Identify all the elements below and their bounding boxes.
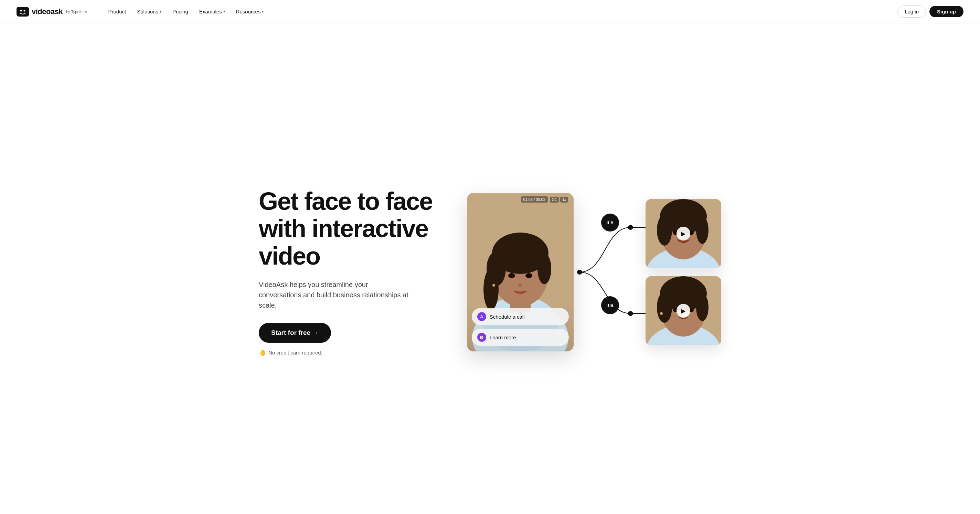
logo[interactable]: videoask by Typeform: [16, 7, 87, 16]
svg-point-18: [492, 284, 495, 287]
speed-badge[interactable]: 1x: [560, 197, 568, 203]
wave-emoji: 🤚: [259, 349, 266, 356]
nav-examples[interactable]: Examples ▾: [194, 6, 230, 17]
video-top-bar: 01:05 / 00:03 CC 1x: [467, 193, 574, 206]
chevron-down-icon: ▾: [262, 10, 264, 13]
branch-label-b: If B: [601, 296, 619, 314]
chevron-down-icon: ▾: [160, 10, 161, 13]
no-credit-text: 🤚 No credit card required.: [259, 349, 453, 356]
hero-section: Get face to face with interactive video …: [242, 24, 738, 514]
nav-links: Product Solutions ▾ Pricing Examples ▾ R…: [103, 6, 898, 17]
hero-subtitle: VideoAsk helps you streamline your conve…: [259, 279, 410, 310]
signup-button[interactable]: Sign up: [929, 6, 964, 17]
branch-card-a: ▶: [646, 199, 721, 268]
chevron-down-icon: ▾: [223, 10, 225, 13]
svg-point-16: [525, 273, 532, 278]
svg-point-15: [508, 273, 515, 278]
choice-a-letter: A: [477, 312, 486, 321]
svg-point-13: [538, 253, 551, 284]
main-video-card: 01:05 / 00:03 CC 1x: [467, 193, 574, 351]
hero-visual: 01:05 / 00:03 CC 1x: [467, 176, 721, 369]
nav-pricing[interactable]: Pricing: [167, 6, 193, 17]
svg-rect-0: [16, 7, 29, 16]
svg-point-5: [628, 311, 633, 316]
choice-b-button[interactable]: B Learn more: [472, 329, 569, 346]
svg-point-17: [518, 284, 522, 287]
hero-title: Get face to face with interactive video: [259, 188, 453, 270]
svg-point-33: [657, 292, 672, 323]
svg-point-4: [628, 225, 633, 230]
choice-a-label: Schedule a call: [490, 314, 525, 320]
choice-b-letter: B: [477, 333, 486, 342]
nav-actions: Log in Sign up: [897, 5, 964, 18]
cc-badge[interactable]: CC: [550, 197, 559, 203]
svg-point-1: [20, 10, 22, 11]
video-time: 01:05 / 00:03: [521, 196, 548, 203]
video-choices: A Schedule a call B Learn more: [467, 303, 574, 351]
branch-play-b[interactable]: ▶: [676, 304, 690, 318]
nav-solutions[interactable]: Solutions ▾: [132, 6, 166, 17]
svg-point-37: [660, 312, 663, 315]
nav-product[interactable]: Product: [103, 6, 131, 17]
svg-point-25: [696, 216, 708, 244]
svg-point-24: [657, 215, 672, 246]
choice-b-label: Learn more: [490, 335, 516, 340]
login-button[interactable]: Log in: [897, 5, 926, 18]
navbar: videoask by Typeform Product Solutions ▾…: [0, 0, 980, 24]
svg-point-3: [577, 270, 582, 275]
logo-text: videoask: [32, 7, 63, 16]
choice-a-button[interactable]: A Schedule a call: [472, 308, 569, 325]
logo-byline: by Typeform: [66, 10, 87, 14]
hero-text: Get face to face with interactive video …: [259, 188, 467, 356]
nav-resources[interactable]: Resources ▾: [231, 6, 269, 17]
branch-card-b: ▶: [646, 276, 721, 345]
svg-point-2: [24, 10, 25, 11]
branch-label-a: If A: [601, 214, 619, 231]
svg-point-34: [696, 294, 708, 321]
logo-icon: [16, 7, 29, 16]
branch-cards: ▶ ▶: [646, 199, 721, 345]
start-free-button[interactable]: Start for free →: [259, 323, 331, 343]
main-video-inner: 01:05 / 00:03 CC 1x: [467, 193, 574, 351]
branch-play-a[interactable]: ▶: [676, 227, 690, 241]
